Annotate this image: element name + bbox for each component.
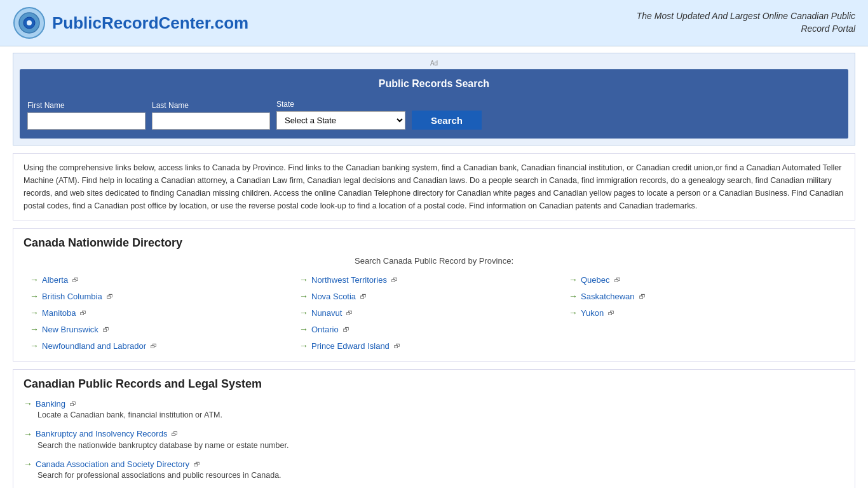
external-link-icon: 🗗 (614, 276, 621, 283)
external-link-icon: 🗗 (72, 276, 79, 283)
external-link-icon: 🗗 (80, 309, 86, 316)
external-link-icon: 🗗 (343, 326, 349, 333)
state-label: State (276, 100, 405, 109)
external-link-icon: 🗗 (608, 309, 614, 316)
province-link[interactable]: Saskatchewan (581, 292, 635, 301)
external-link-icon: 🗗 (70, 400, 76, 407)
arrow-icon: → (24, 429, 32, 439)
province-item: → Northwest Territories 🗗 (299, 272, 569, 287)
legal-description: Search for professional associations and… (37, 470, 844, 482)
province-link[interactable]: Ontario (311, 325, 339, 334)
arrow-icon: → (569, 291, 578, 301)
legal-description: Locate a Canadian bank, financial instit… (37, 410, 844, 421)
arrow-icon: → (299, 274, 308, 285)
legal-link[interactable]: Canada Association and Society Directory (36, 459, 189, 469)
province-link[interactable]: Newfoundland and Labrador (42, 341, 146, 351)
province-item: → Alberta 🗗 (30, 272, 299, 287)
province-link[interactable]: New Brunswick (42, 325, 98, 334)
province-item: → Quebec 🗗 (569, 272, 838, 287)
province-link[interactable]: Quebec (581, 275, 610, 285)
arrow-icon: → (569, 308, 578, 318)
svg-point-3 (27, 20, 32, 25)
first-name-group: First Name (27, 101, 146, 130)
province-link[interactable]: Manitoba (42, 308, 76, 318)
header: PublicRecordCenter.com The Most Updated … (0, 0, 868, 46)
province-link[interactable]: Alberta (42, 275, 68, 285)
province-item: → New Brunswick 🗗 (30, 322, 299, 337)
ad-label: Ad (20, 60, 848, 67)
search-widget: Public Records Search First Name Last Na… (20, 69, 848, 139)
legal-items: → Banking 🗗 Locate a Canadian bank, fina… (24, 398, 844, 482)
search-fields: First Name Last Name State Select a Stat… (27, 93, 841, 133)
province-item: → Nova Scotia 🗗 (299, 288, 569, 304)
arrow-icon: → (30, 291, 39, 301)
province-item: → Nunavut 🗗 (299, 305, 569, 320)
ad-section: Ad Public Records Search First Name Last… (13, 53, 855, 146)
province-item: → Yukon 🗗 (569, 305, 838, 320)
legal-item-title-row: → Canada Association and Society Directo… (24, 459, 844, 469)
external-link-icon: 🗗 (194, 461, 200, 468)
external-link-icon: 🗗 (103, 326, 109, 333)
legal-section: Canadian Public Records and Legal System… (13, 369, 855, 488)
external-link-icon: 🗗 (172, 430, 178, 437)
directory-section: Canada Nationwide Directory Search Canad… (13, 228, 855, 362)
arrow-icon: → (569, 274, 578, 285)
province-item: → Manitoba 🗗 (30, 305, 299, 320)
description-section: Using the comprehensive links below, acc… (13, 153, 855, 220)
external-link-icon: 🗗 (151, 342, 157, 349)
province-link[interactable]: Yukon (581, 308, 604, 318)
legal-item: → Banking 🗗 Locate a Canadian bank, fina… (24, 398, 844, 421)
directory-title: Canada Nationwide Directory (24, 236, 844, 250)
province-link[interactable]: Northwest Territories (311, 275, 387, 285)
legal-link[interactable]: Bankruptcy and Insolvency Records (36, 429, 167, 438)
description-text: Using the comprehensive links below, acc… (24, 161, 844, 212)
province-header: Search Canada Public Record by Province: (24, 256, 844, 266)
province-grid: → Alberta 🗗 → British Columbia 🗗 → Manit… (24, 272, 844, 353)
search-widget-title: Public Records Search (27, 74, 841, 93)
external-link-icon: 🗗 (346, 309, 353, 316)
arrow-icon: → (299, 341, 308, 351)
first-name-input[interactable] (27, 112, 146, 130)
province-item: → British Columbia 🗗 (30, 288, 299, 304)
arrow-icon: → (299, 291, 308, 301)
arrow-icon: → (30, 341, 39, 351)
state-select[interactable]: Select a StateAlbertaBritish ColumbiaMan… (276, 111, 405, 130)
external-link-icon: 🗗 (394, 342, 400, 349)
external-link-icon: 🗗 (107, 293, 113, 300)
tagline: The Most Updated And Largest Online Cana… (633, 10, 855, 35)
first-name-label: First Name (27, 101, 146, 110)
last-name-input[interactable] (152, 112, 270, 130)
legal-title: Canadian Public Records and Legal System (24, 377, 844, 391)
logo-text: PublicRecordCenter.com (52, 13, 248, 33)
province-item: → Prince Edward Island 🗗 (299, 338, 569, 353)
legal-item-title-row: → Bankruptcy and Insolvency Records 🗗 (24, 429, 844, 439)
logo-area: PublicRecordCenter.com (13, 6, 248, 39)
legal-item-title-row: → Banking 🗗 (24, 398, 844, 409)
arrow-icon: → (30, 274, 39, 285)
arrow-icon: → (30, 308, 39, 318)
province-link[interactable]: Prince Edward Island (311, 341, 390, 351)
arrow-icon: → (299, 308, 308, 318)
arrow-icon: → (24, 398, 32, 409)
arrow-icon: → (24, 459, 32, 469)
province-item: → Newfoundland and Labrador 🗗 (30, 338, 299, 353)
legal-item: → Canada Association and Society Directo… (24, 459, 844, 482)
legal-link[interactable]: Banking (36, 399, 65, 409)
state-group: State Select a StateAlbertaBritish Colum… (276, 100, 405, 130)
search-button[interactable]: Search (412, 111, 482, 130)
external-link-icon: 🗗 (639, 293, 646, 300)
arrow-icon: → (30, 324, 39, 334)
logo-icon (13, 6, 46, 39)
province-link[interactable]: Nova Scotia (311, 292, 356, 301)
province-link[interactable]: British Columbia (42, 292, 102, 301)
legal-item: → Bankruptcy and Insolvency Records 🗗 Se… (24, 429, 844, 452)
external-link-icon: 🗗 (360, 293, 367, 300)
province-item: → Ontario 🗗 (299, 322, 569, 337)
legal-description: Search the nationwide bankruptcy databas… (37, 440, 844, 452)
arrow-icon: → (299, 324, 308, 334)
external-link-icon: 🗗 (391, 276, 398, 283)
province-link[interactable]: Nunavut (311, 308, 342, 318)
last-name-label: Last Name (152, 101, 270, 110)
province-item: → Saskatchewan 🗗 (569, 288, 838, 304)
last-name-group: Last Name (152, 101, 270, 130)
